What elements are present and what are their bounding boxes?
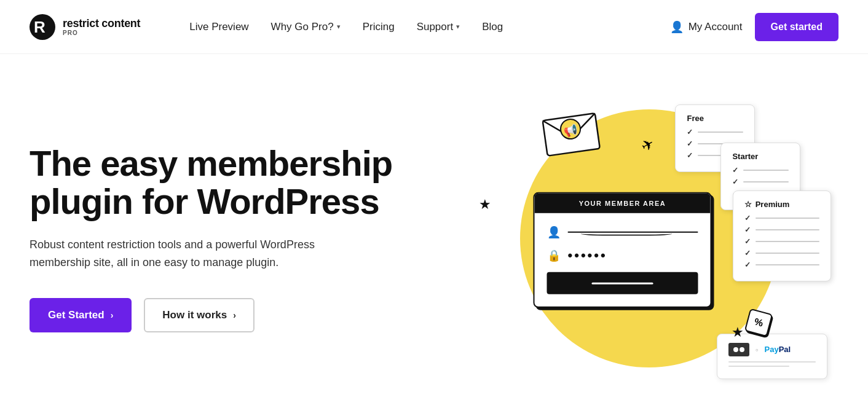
how-it-works-button[interactable]: How it works ›	[144, 298, 254, 332]
payment-separator: ◦	[756, 345, 759, 355]
hero-illustration: 📢 ✈ ★ ★ YOUR MEMBER AREA 👤 🔒 •••	[460, 79, 838, 398]
check-icon: ✓	[744, 249, 751, 257]
premium-row-2: ✓	[744, 226, 819, 234]
member-area-body: 👤 🔒 ••••••	[535, 213, 711, 307]
discount-percent-icon: %	[753, 316, 764, 328]
check-icon: ✓	[744, 261, 751, 269]
free-card-title: Free	[687, 114, 743, 123]
pricing-card-premium: ☆ Premium ✓ ✓ ✓ ✓ ✓	[733, 190, 831, 281]
check-icon: ✓	[687, 139, 693, 148]
starter-row-2: ✓	[732, 178, 789, 186]
starter-row-1: ✓	[732, 166, 789, 175]
support-chevron-icon: ▾	[456, 23, 460, 31]
user-icon: 👤	[670, 20, 684, 34]
check-line	[743, 170, 789, 171]
logo-icon: R	[30, 14, 55, 40]
nav-pricing[interactable]: Pricing	[363, 21, 395, 33]
my-account-link[interactable]: 👤 My Account	[670, 20, 743, 34]
password-field: 🔒 ••••••	[547, 248, 698, 264]
member-btn-line	[592, 282, 653, 284]
nav-links: Live Preview Why Go Pro? ▾ Pricing Suppo…	[189, 21, 503, 33]
premium-row-1: ✓	[744, 214, 819, 222]
star-premium-icon: ☆	[744, 200, 752, 209]
check-icon: ✓	[732, 178, 738, 186]
arrow-right-secondary-icon: ›	[233, 310, 236, 320]
discount-tag: %	[744, 308, 773, 337]
hero-left: The easy membership plugin for WordPress…	[30, 144, 460, 333]
hero-subtitle: Robust content restriction tools and a p…	[30, 236, 361, 272]
nav-live-preview[interactable]: Live Preview	[189, 21, 248, 33]
premium-row-4: ✓	[744, 249, 819, 257]
username-field: 👤	[547, 226, 698, 239]
star-left-icon: ★	[479, 197, 491, 213]
check-icon: ✓	[687, 128, 693, 136]
check-line	[698, 131, 743, 133]
navbar: R restrict content PRO Live Preview Why …	[0, 0, 868, 54]
arrow-right-icon: ›	[111, 310, 114, 320]
credit-card-icon	[728, 343, 749, 356]
member-area-header: YOUR MEMBER AREA	[535, 194, 711, 213]
free-row-1: ✓	[687, 128, 743, 136]
check-icon: ✓	[744, 214, 751, 222]
check-icon: ✓	[744, 226, 751, 234]
logo-link[interactable]: R restrict content PRO	[30, 14, 140, 40]
nav-why-go-pro[interactable]: Why Go Pro? ▾	[271, 21, 341, 33]
envelope-illustration: 📢	[540, 107, 601, 160]
member-login-button	[547, 272, 698, 294]
why-go-pro-chevron-icon: ▾	[337, 23, 341, 31]
check-line	[756, 229, 819, 230]
nav-blog[interactable]: Blog	[482, 21, 503, 33]
logo-brand-name: restrict content	[63, 18, 140, 29]
svg-text:R: R	[34, 18, 45, 36]
payment-line-2	[728, 366, 789, 367]
check-icon: ✓	[687, 151, 693, 160]
user-field-icon: 👤	[547, 226, 561, 239]
password-dots: ••••••	[568, 248, 607, 264]
paypal-icon: PayPal	[765, 345, 791, 354]
hero-section: The easy membership plugin for WordPress…	[0, 54, 868, 408]
lock-field-icon: 🔒	[547, 249, 561, 262]
payment-options-row: ◦ PayPal	[728, 343, 816, 356]
premium-row-3: ✓	[744, 237, 819, 246]
nav-right: 👤 My Account Get started	[670, 13, 838, 41]
get-started-nav-button[interactable]: Get started	[755, 13, 838, 41]
hero-title: The easy membership plugin for WordPress	[30, 144, 460, 221]
check-icon: ✓	[744, 237, 751, 246]
check-line	[756, 264, 819, 265]
check-icon: ✓	[732, 166, 738, 175]
logo-pro-badge: PRO	[63, 30, 140, 36]
svg-text:📢: 📢	[562, 122, 578, 138]
payment-line-1	[728, 361, 816, 363]
check-line	[756, 241, 819, 242]
check-line	[756, 218, 819, 219]
starter-card-title: Starter	[732, 152, 789, 161]
check-line	[756, 253, 819, 254]
nav-support[interactable]: Support ▾	[417, 21, 460, 33]
get-started-hero-button[interactable]: Get Started ›	[30, 298, 132, 332]
hero-buttons: Get Started › How it works ›	[30, 298, 460, 332]
check-line	[743, 181, 789, 182]
premium-card-title: ☆ Premium	[744, 200, 819, 209]
star-right-icon: ★	[732, 324, 744, 340]
member-area-card: YOUR MEMBER AREA 👤 🔒 ••••••	[534, 192, 712, 308]
premium-row-5: ✓	[744, 261, 819, 269]
